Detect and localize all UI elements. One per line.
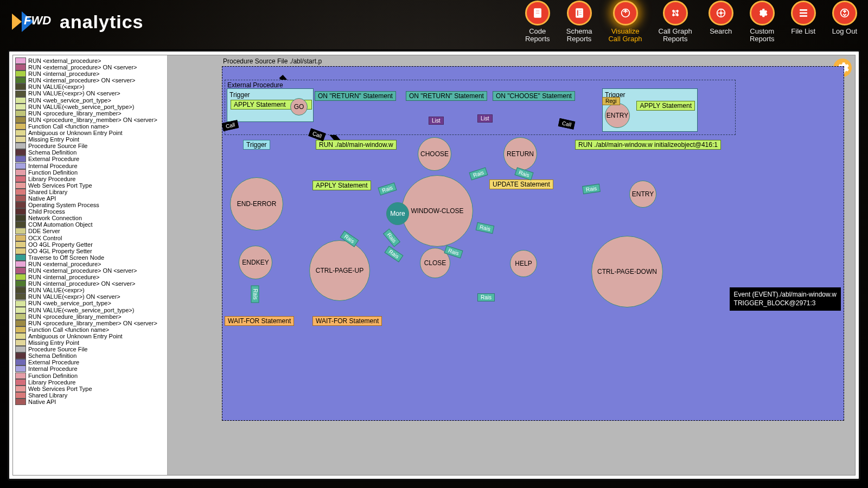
entry-node[interactable]: ENTRY bbox=[629, 181, 656, 208]
graph-canvas[interactable]: Procedure Source File ./abl/start.p bbox=[168, 55, 855, 475]
legend-row[interactable]: Network Connection bbox=[14, 215, 166, 221]
legend-row[interactable]: Traverse to Off Screen Node bbox=[14, 254, 166, 261]
waitfor-tag-1[interactable]: WAIT-FOR Statement bbox=[225, 316, 294, 326]
legend-row[interactable]: Library Procedure bbox=[14, 176, 166, 182]
legend-row[interactable]: Function Definition bbox=[14, 169, 166, 176]
legend-row[interactable]: Web Services Port Type bbox=[14, 182, 166, 189]
legend-row[interactable]: RUN <external_procedure> bbox=[14, 57, 166, 64]
legend-row[interactable]: Missing Entry Point bbox=[14, 339, 166, 346]
nav-item-search[interactable]: Search bbox=[709, 1, 733, 35]
waitfor-tag-2[interactable]: WAIT-FOR Statement bbox=[312, 316, 382, 326]
legend-row[interactable]: RUN VALUE(<web_service_port_type>) bbox=[14, 104, 166, 110]
graph-title: Procedure Source File ./abl/start.p bbox=[223, 57, 322, 65]
legend-row[interactable]: Internal Procedure bbox=[14, 365, 166, 372]
svg-point-20 bbox=[720, 12, 722, 14]
legend-row[interactable]: OO 4GL Property Getter bbox=[14, 241, 166, 248]
legend-row[interactable]: Procedure Source File bbox=[14, 346, 166, 352]
legend-row[interactable]: RUN <internal_procedure> ON <server> bbox=[14, 280, 166, 287]
legend-row[interactable]: DDE Server bbox=[14, 228, 166, 234]
legend-row[interactable]: Missing Entry Point bbox=[14, 136, 166, 143]
legend-label: RUN <external_procedure> bbox=[28, 57, 101, 64]
nav-item-file-list[interactable]: File List bbox=[791, 1, 816, 35]
legend-row[interactable]: RUN VALUE(<expr>) ON <server> bbox=[14, 293, 166, 300]
legend-row[interactable]: Function Definition bbox=[14, 373, 166, 379]
legend-row[interactable]: RUN VALUE(<web_service_port_type>) bbox=[14, 307, 166, 313]
legend-row[interactable]: RUN <procedure_library_member> bbox=[14, 110, 166, 117]
legend-row[interactable]: Shared Library bbox=[14, 189, 166, 195]
legend-row[interactable]: RUN <procedure_library_member> ON <serve… bbox=[14, 320, 166, 326]
region-title: External Procedure bbox=[227, 81, 283, 89]
nav-item-log-out[interactable]: Log Out bbox=[832, 1, 857, 35]
legend-row[interactable]: RUN VALUE(<expr>) bbox=[14, 84, 166, 90]
svg-rect-22 bbox=[800, 12, 807, 14]
trigger-region-right[interactable]: Trigger APPLY Statement ENTRY bbox=[602, 88, 698, 132]
legend-row[interactable]: RUN <external_procedure> bbox=[14, 261, 166, 267]
legend-row[interactable]: RUN <procedure_library_member> ON <serve… bbox=[14, 117, 166, 123]
legend-row[interactable]: Native API bbox=[14, 195, 166, 202]
nav-item-schema-reports[interactable]: Schema Reports bbox=[566, 1, 592, 43]
legend-swatch bbox=[15, 326, 26, 333]
run-tag-1[interactable]: RUN ./abl/main-window.w bbox=[316, 140, 397, 150]
end-error-node[interactable]: END-ERROR bbox=[230, 177, 283, 230]
go-node[interactable]: GO bbox=[290, 98, 308, 115]
legend-row[interactable]: RUN <internal_procedure> bbox=[14, 70, 166, 77]
help-node[interactable]: HELP bbox=[510, 250, 537, 277]
legend-row[interactable]: Child Process bbox=[14, 208, 166, 215]
legend-row[interactable]: RUN <internal_procedure> ON <server> bbox=[14, 77, 166, 84]
endkey-node[interactable]: ENDKEY bbox=[239, 246, 272, 279]
nav-item-call-graph-reports[interactable]: Call Graph Reports bbox=[659, 1, 692, 43]
ctrl-page-up-node[interactable]: CTRL-PAGE-UP bbox=[309, 240, 370, 301]
legend-row[interactable]: Shared Library bbox=[14, 392, 166, 399]
legend-row[interactable]: RUN VALUE(<expr>) ON <server> bbox=[14, 90, 166, 97]
on-return-tag-2[interactable]: ON "RETURN" Statement bbox=[406, 91, 487, 101]
legend-row[interactable]: Schema Definition bbox=[14, 352, 166, 359]
legend-row[interactable]: OO 4GL Property Setter bbox=[14, 248, 166, 254]
legend-row[interactable]: Procedure Source File bbox=[14, 143, 166, 149]
legend-swatch bbox=[15, 261, 26, 267]
legend-row[interactable]: Function Call <function name> bbox=[14, 123, 166, 130]
legend-swatch bbox=[15, 221, 26, 228]
legend-row[interactable]: Library Procedure bbox=[14, 379, 166, 386]
legend-row[interactable]: RUN <external_procedure> ON <server> bbox=[14, 267, 166, 274]
legend-row[interactable]: Function Call <function name> bbox=[14, 326, 166, 333]
ctrl-page-down-node[interactable]: CTRL-PAGE-DOWN bbox=[591, 236, 663, 307]
legend-row[interactable]: RUN <procedure_library_member> bbox=[14, 313, 166, 320]
run-tag-2[interactable]: RUN ./abl/main-window.w initializeobject… bbox=[575, 140, 721, 150]
legend-row[interactable]: RUN <web_service_port_type> bbox=[14, 97, 166, 104]
legend-row[interactable]: Native API bbox=[14, 399, 166, 405]
entry-node-right[interactable]: ENTRY bbox=[605, 103, 630, 128]
nav-item-code-reports[interactable]: Code Reports bbox=[525, 1, 550, 43]
legend-row[interactable]: RUN VALUE(<expr>) bbox=[14, 287, 166, 293]
legend-label: Function Call <function name> bbox=[28, 326, 109, 333]
legend-row[interactable]: Ambiguous or Unknown Entry Point bbox=[14, 130, 166, 136]
legend-label: RUN VALUE(<web_service_port_type>) bbox=[28, 104, 134, 110]
legend-swatch bbox=[15, 117, 26, 123]
svg-rect-10 bbox=[579, 12, 582, 12]
trigger-tag[interactable]: Trigger bbox=[243, 140, 270, 150]
return-node[interactable]: RETURN bbox=[503, 137, 537, 171]
on-choose-tag[interactable]: ON "CHOOSE" Statement bbox=[493, 91, 575, 101]
legend-row[interactable]: External Procedure bbox=[14, 156, 166, 162]
legend-row[interactable]: RUN <external_procedure> ON <server> bbox=[14, 64, 166, 70]
legend-row[interactable]: OCX Control bbox=[14, 235, 166, 241]
nav-item-visualize-call-graph[interactable]: Visualize Call Graph bbox=[608, 1, 642, 43]
window-close-node[interactable]: WINDOW-CLOSE bbox=[401, 175, 473, 247]
nav-item-custom-reports[interactable]: Custom Reports bbox=[750, 1, 775, 43]
graph-box[interactable]: External Procedure Trigger APPLY Stateme… bbox=[222, 66, 844, 421]
legend-row[interactable]: Web Services Port Type bbox=[14, 386, 166, 392]
legend-row[interactable]: Ambiguous or Unknown Entry Point bbox=[14, 333, 166, 339]
more-node[interactable]: More bbox=[386, 202, 409, 225]
legend-row[interactable]: RUN <internal_procedure> bbox=[14, 274, 166, 280]
legend-row[interactable]: External Procedure bbox=[14, 359, 166, 365]
legend-row[interactable]: RUN <web_service_port_type> bbox=[14, 300, 166, 306]
update-tag[interactable]: UPDATE Statement bbox=[489, 179, 553, 189]
legend-row[interactable]: Operating System Process bbox=[14, 202, 166, 208]
legend-row[interactable]: Internal Procedure bbox=[14, 163, 166, 169]
legend-row[interactable]: Schema Definition bbox=[14, 149, 166, 156]
on-return-tag[interactable]: ON "RETURN" Statement bbox=[315, 91, 396, 101]
legend-row[interactable]: COM Automation Object bbox=[14, 221, 166, 228]
choose-node[interactable]: CHOOSE bbox=[418, 137, 451, 171]
apply-statement-tag-2[interactable]: APPLY Statement bbox=[636, 101, 695, 111]
apply-statement-tag-3[interactable]: APPLY Statement bbox=[312, 181, 371, 190]
svg-rect-9 bbox=[579, 10, 582, 10]
